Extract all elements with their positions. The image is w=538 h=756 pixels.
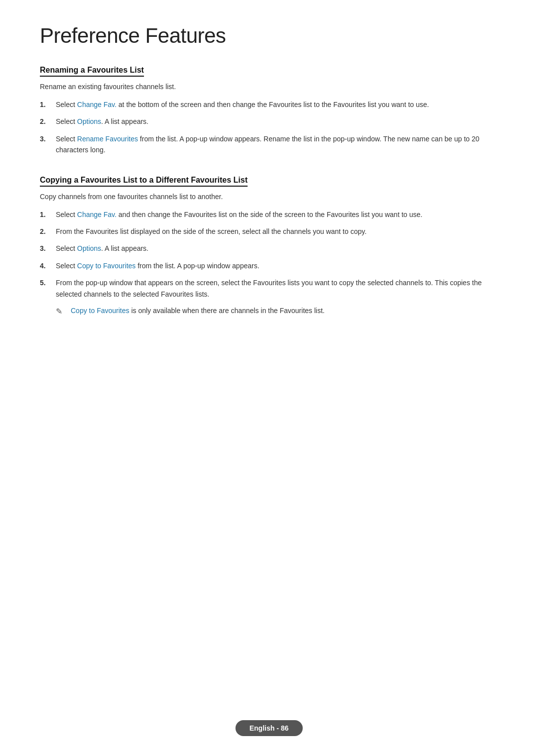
section2-steps: 1. Select Change Fav. and then change th… (40, 209, 498, 300)
link-rename-favourites: Rename Favourites (77, 135, 138, 143)
step-number: 1. (40, 209, 56, 220)
section1-steps: 1. Select Change Fav. at the bottom of t… (40, 99, 498, 156)
section1-title: Renaming a Favourites List (40, 66, 144, 77)
list-item: 3. Select Options. A list appears. (40, 243, 498, 254)
list-item: 4. Select Copy to Favourites from the li… (40, 260, 498, 271)
step-text: Select Options. A list appears. (56, 116, 498, 127)
step-text: Select Change Fav. and then change the F… (56, 209, 498, 220)
section-copying: Copying a Favourites List to a Different… (40, 176, 498, 318)
step-number: 4. (40, 260, 56, 271)
page-container: Preference Features Renaming a Favourite… (0, 0, 538, 387)
link-options-1: Options (77, 117, 101, 125)
step-text: Select Change Fav. at the bottom of the … (56, 99, 498, 110)
list-item: 5. From the pop-up window that appears o… (40, 277, 498, 300)
step-number: 3. (40, 133, 56, 144)
step-number: 5. (40, 277, 56, 288)
list-item: 2. Select Options. A list appears. (40, 116, 498, 127)
step-number: 1. (40, 99, 56, 110)
step-number: 3. (40, 243, 56, 254)
link-options-2: Options (77, 244, 101, 252)
step-text: Select Rename Favourites from the list. … (56, 133, 498, 156)
note-icon: ✎ (56, 306, 67, 318)
step-number: 2. (40, 116, 56, 127)
link-change-fav-1: Change Fav. (77, 101, 117, 108)
list-item: 2. From the Favourites list displayed on… (40, 226, 498, 237)
link-change-fav-2: Change Fav. (77, 211, 117, 218)
list-item: 1. Select Change Fav. and then change th… (40, 209, 498, 220)
step-text: Select Options. A list appears. (56, 243, 498, 254)
link-copy-to-favourites-1: Copy to Favourites (77, 262, 136, 270)
footer-label: English - 86 (236, 720, 303, 736)
list-item: 3. Select Rename Favourites from the lis… (40, 133, 498, 156)
note-text: Copy to Favourites is only available whe… (71, 306, 498, 316)
step-text: Select Copy to Favourites from the list.… (56, 260, 498, 271)
page-title: Preference Features (40, 24, 498, 48)
step-text: From the pop-up window that appears on t… (56, 277, 498, 300)
note-box: ✎ Copy to Favourites is only available w… (56, 306, 498, 318)
step-number: 2. (40, 226, 56, 237)
list-item: 1. Select Change Fav. at the bottom of t… (40, 99, 498, 110)
section-renaming: Renaming a Favourites List Rename an exi… (40, 66, 498, 156)
link-copy-to-favourites-note: Copy to Favourites (71, 307, 130, 315)
section1-intro: Rename an existing favourites channels l… (40, 82, 498, 92)
section2-title: Copying a Favourites List to a Different… (40, 176, 248, 187)
section2-intro: Copy channels from one favourites channe… (40, 192, 498, 202)
step-text: From the Favourites list displayed on th… (56, 226, 498, 237)
